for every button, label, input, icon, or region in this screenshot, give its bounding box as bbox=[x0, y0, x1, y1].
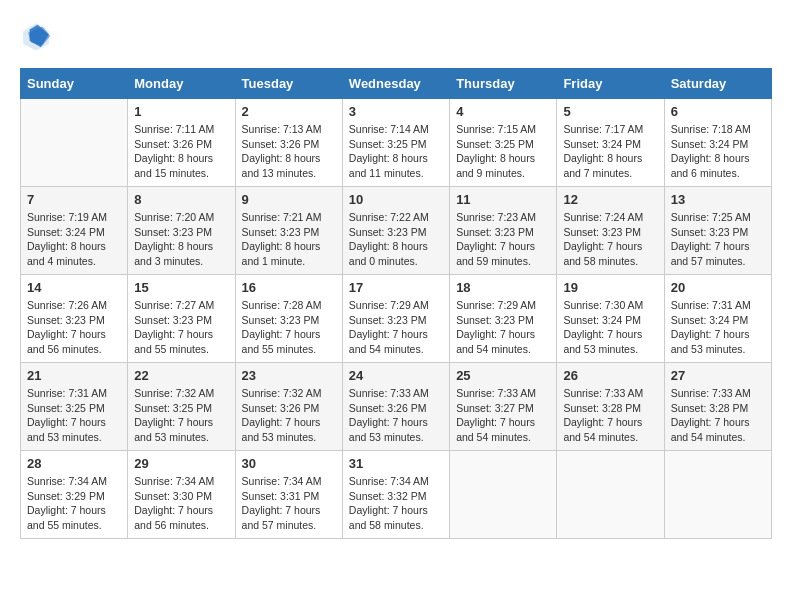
week-row-5: 28Sunrise: 7:34 AMSunset: 3:29 PMDayligh… bbox=[21, 451, 772, 539]
weekday-header-monday: Monday bbox=[128, 69, 235, 99]
day-number: 19 bbox=[563, 280, 657, 295]
calendar-cell: 15Sunrise: 7:27 AMSunset: 3:23 PMDayligh… bbox=[128, 275, 235, 363]
day-info: Sunrise: 7:33 AMSunset: 3:27 PMDaylight:… bbox=[456, 386, 550, 445]
day-number: 9 bbox=[242, 192, 336, 207]
day-info: Sunrise: 7:24 AMSunset: 3:23 PMDaylight:… bbox=[563, 210, 657, 269]
day-info: Sunrise: 7:33 AMSunset: 3:28 PMDaylight:… bbox=[563, 386, 657, 445]
calendar-cell: 5Sunrise: 7:17 AMSunset: 3:24 PMDaylight… bbox=[557, 99, 664, 187]
day-info: Sunrise: 7:27 AMSunset: 3:23 PMDaylight:… bbox=[134, 298, 228, 357]
day-info: Sunrise: 7:34 AMSunset: 3:30 PMDaylight:… bbox=[134, 474, 228, 533]
day-number: 13 bbox=[671, 192, 765, 207]
day-number: 8 bbox=[134, 192, 228, 207]
day-info: Sunrise: 7:26 AMSunset: 3:23 PMDaylight:… bbox=[27, 298, 121, 357]
calendar-cell: 12Sunrise: 7:24 AMSunset: 3:23 PMDayligh… bbox=[557, 187, 664, 275]
day-number: 4 bbox=[456, 104, 550, 119]
day-number: 28 bbox=[27, 456, 121, 471]
day-number: 12 bbox=[563, 192, 657, 207]
day-info: Sunrise: 7:18 AMSunset: 3:24 PMDaylight:… bbox=[671, 122, 765, 181]
calendar-table: SundayMondayTuesdayWednesdayThursdayFrid… bbox=[20, 68, 772, 539]
day-number: 7 bbox=[27, 192, 121, 207]
day-info: Sunrise: 7:13 AMSunset: 3:26 PMDaylight:… bbox=[242, 122, 336, 181]
calendar-cell: 21Sunrise: 7:31 AMSunset: 3:25 PMDayligh… bbox=[21, 363, 128, 451]
logo bbox=[20, 20, 56, 52]
header-row: SundayMondayTuesdayWednesdayThursdayFrid… bbox=[21, 69, 772, 99]
day-info: Sunrise: 7:31 AMSunset: 3:25 PMDaylight:… bbox=[27, 386, 121, 445]
calendar-cell: 24Sunrise: 7:33 AMSunset: 3:26 PMDayligh… bbox=[342, 363, 449, 451]
week-row-2: 7Sunrise: 7:19 AMSunset: 3:24 PMDaylight… bbox=[21, 187, 772, 275]
calendar-cell: 9Sunrise: 7:21 AMSunset: 3:23 PMDaylight… bbox=[235, 187, 342, 275]
day-number: 1 bbox=[134, 104, 228, 119]
week-row-4: 21Sunrise: 7:31 AMSunset: 3:25 PMDayligh… bbox=[21, 363, 772, 451]
weekday-header-thursday: Thursday bbox=[450, 69, 557, 99]
calendar-cell: 8Sunrise: 7:20 AMSunset: 3:23 PMDaylight… bbox=[128, 187, 235, 275]
calendar-cell: 7Sunrise: 7:19 AMSunset: 3:24 PMDaylight… bbox=[21, 187, 128, 275]
calendar-cell: 27Sunrise: 7:33 AMSunset: 3:28 PMDayligh… bbox=[664, 363, 771, 451]
day-number: 6 bbox=[671, 104, 765, 119]
day-number: 31 bbox=[349, 456, 443, 471]
day-info: Sunrise: 7:19 AMSunset: 3:24 PMDaylight:… bbox=[27, 210, 121, 269]
calendar-cell: 18Sunrise: 7:29 AMSunset: 3:23 PMDayligh… bbox=[450, 275, 557, 363]
day-number: 11 bbox=[456, 192, 550, 207]
calendar-cell: 20Sunrise: 7:31 AMSunset: 3:24 PMDayligh… bbox=[664, 275, 771, 363]
calendar-cell: 13Sunrise: 7:25 AMSunset: 3:23 PMDayligh… bbox=[664, 187, 771, 275]
day-number: 18 bbox=[456, 280, 550, 295]
weekday-header-friday: Friday bbox=[557, 69, 664, 99]
day-number: 30 bbox=[242, 456, 336, 471]
day-number: 17 bbox=[349, 280, 443, 295]
day-info: Sunrise: 7:21 AMSunset: 3:23 PMDaylight:… bbox=[242, 210, 336, 269]
day-number: 10 bbox=[349, 192, 443, 207]
calendar-cell: 17Sunrise: 7:29 AMSunset: 3:23 PMDayligh… bbox=[342, 275, 449, 363]
day-info: Sunrise: 7:30 AMSunset: 3:24 PMDaylight:… bbox=[563, 298, 657, 357]
calendar-cell: 16Sunrise: 7:28 AMSunset: 3:23 PMDayligh… bbox=[235, 275, 342, 363]
calendar-cell: 26Sunrise: 7:33 AMSunset: 3:28 PMDayligh… bbox=[557, 363, 664, 451]
day-info: Sunrise: 7:33 AMSunset: 3:28 PMDaylight:… bbox=[671, 386, 765, 445]
day-number: 21 bbox=[27, 368, 121, 383]
day-number: 20 bbox=[671, 280, 765, 295]
day-number: 15 bbox=[134, 280, 228, 295]
calendar-cell: 23Sunrise: 7:32 AMSunset: 3:26 PMDayligh… bbox=[235, 363, 342, 451]
calendar-cell: 30Sunrise: 7:34 AMSunset: 3:31 PMDayligh… bbox=[235, 451, 342, 539]
day-info: Sunrise: 7:28 AMSunset: 3:23 PMDaylight:… bbox=[242, 298, 336, 357]
calendar-cell: 14Sunrise: 7:26 AMSunset: 3:23 PMDayligh… bbox=[21, 275, 128, 363]
calendar-cell: 1Sunrise: 7:11 AMSunset: 3:26 PMDaylight… bbox=[128, 99, 235, 187]
day-number: 24 bbox=[349, 368, 443, 383]
day-info: Sunrise: 7:29 AMSunset: 3:23 PMDaylight:… bbox=[349, 298, 443, 357]
day-info: Sunrise: 7:25 AMSunset: 3:23 PMDaylight:… bbox=[671, 210, 765, 269]
day-number: 14 bbox=[27, 280, 121, 295]
day-info: Sunrise: 7:32 AMSunset: 3:25 PMDaylight:… bbox=[134, 386, 228, 445]
calendar-cell: 31Sunrise: 7:34 AMSunset: 3:32 PMDayligh… bbox=[342, 451, 449, 539]
day-info: Sunrise: 7:17 AMSunset: 3:24 PMDaylight:… bbox=[563, 122, 657, 181]
weekday-header-tuesday: Tuesday bbox=[235, 69, 342, 99]
calendar-cell bbox=[450, 451, 557, 539]
day-info: Sunrise: 7:23 AMSunset: 3:23 PMDaylight:… bbox=[456, 210, 550, 269]
day-info: Sunrise: 7:14 AMSunset: 3:25 PMDaylight:… bbox=[349, 122, 443, 181]
day-info: Sunrise: 7:31 AMSunset: 3:24 PMDaylight:… bbox=[671, 298, 765, 357]
calendar-cell: 2Sunrise: 7:13 AMSunset: 3:26 PMDaylight… bbox=[235, 99, 342, 187]
day-info: Sunrise: 7:20 AMSunset: 3:23 PMDaylight:… bbox=[134, 210, 228, 269]
day-number: 25 bbox=[456, 368, 550, 383]
calendar-cell bbox=[21, 99, 128, 187]
day-info: Sunrise: 7:22 AMSunset: 3:23 PMDaylight:… bbox=[349, 210, 443, 269]
calendar-cell bbox=[557, 451, 664, 539]
calendar-cell: 10Sunrise: 7:22 AMSunset: 3:23 PMDayligh… bbox=[342, 187, 449, 275]
calendar-cell: 22Sunrise: 7:32 AMSunset: 3:25 PMDayligh… bbox=[128, 363, 235, 451]
day-info: Sunrise: 7:34 AMSunset: 3:31 PMDaylight:… bbox=[242, 474, 336, 533]
calendar-cell: 29Sunrise: 7:34 AMSunset: 3:30 PMDayligh… bbox=[128, 451, 235, 539]
day-info: Sunrise: 7:33 AMSunset: 3:26 PMDaylight:… bbox=[349, 386, 443, 445]
weekday-header-wednesday: Wednesday bbox=[342, 69, 449, 99]
calendar-cell: 6Sunrise: 7:18 AMSunset: 3:24 PMDaylight… bbox=[664, 99, 771, 187]
day-number: 26 bbox=[563, 368, 657, 383]
header bbox=[20, 20, 772, 52]
week-row-1: 1Sunrise: 7:11 AMSunset: 3:26 PMDaylight… bbox=[21, 99, 772, 187]
day-number: 3 bbox=[349, 104, 443, 119]
day-info: Sunrise: 7:32 AMSunset: 3:26 PMDaylight:… bbox=[242, 386, 336, 445]
logo-icon bbox=[20, 20, 52, 52]
calendar-cell bbox=[664, 451, 771, 539]
day-number: 2 bbox=[242, 104, 336, 119]
calendar-cell: 19Sunrise: 7:30 AMSunset: 3:24 PMDayligh… bbox=[557, 275, 664, 363]
day-number: 22 bbox=[134, 368, 228, 383]
day-number: 29 bbox=[134, 456, 228, 471]
day-number: 23 bbox=[242, 368, 336, 383]
calendar-cell: 25Sunrise: 7:33 AMSunset: 3:27 PMDayligh… bbox=[450, 363, 557, 451]
day-info: Sunrise: 7:11 AMSunset: 3:26 PMDaylight:… bbox=[134, 122, 228, 181]
